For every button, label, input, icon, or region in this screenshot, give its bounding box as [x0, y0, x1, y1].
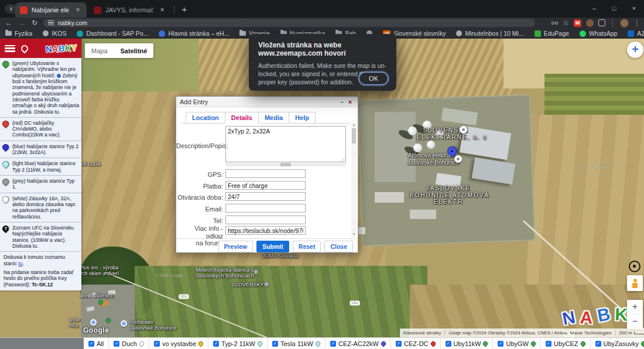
hamburger-menu-icon[interactable] — [5, 45, 15, 52]
close-button[interactable]: × — [624, 0, 644, 16]
checkbox-checked[interactable]: ✓ — [88, 341, 94, 347]
address-bar[interactable]: nabky.com — [43, 19, 535, 27]
vscrollbar-thumb[interactable] — [352, 128, 356, 143]
dialog-minimize-icon[interactable]: – — [338, 98, 346, 105]
globe-icon — [43, 30, 49, 36]
filter-ubycez[interactable]: ✓UbyCEZ — [541, 338, 591, 349]
checkbox-checked[interactable]: ✓ — [330, 341, 336, 347]
filter-duch[interactable]: ✓Duch — [109, 338, 149, 349]
map-attribution-bar: Klávesové skratky Údaje máp ©2024 Obrázk… — [400, 329, 644, 337]
keyboard-shortcuts-link[interactable]: Klávesové skratky — [400, 330, 444, 336]
description-textarea[interactable]: 2xTyp 2, 2x32A — [225, 126, 346, 162]
reset-button[interactable]: Reset — [293, 241, 321, 252]
submit-button[interactable]: Submit — [256, 241, 289, 252]
tab-help[interactable]: Help — [289, 112, 316, 124]
password-manager-icon[interactable] — [551, 22, 558, 25]
checkbox-checked[interactable]: ✓ — [272, 341, 278, 347]
minimize-button[interactable]: – — [584, 0, 604, 16]
poi-icon[interactable] — [460, 126, 467, 134]
tab-inactive[interactable]: JAVYS, informačné centrum - T × — [89, 2, 171, 18]
checkbox-checked[interactable]: ✓ — [396, 341, 402, 347]
email-input[interactable] — [225, 204, 306, 213]
tel-input[interactable] — [225, 215, 306, 224]
forum-input[interactable] — [225, 226, 306, 235]
hscrollbar-thumb[interactable] — [280, 163, 291, 166]
extension-icon-brown[interactable] — [586, 19, 594, 27]
tab-details[interactable]: Details — [225, 112, 259, 124]
dialog-titlebar[interactable]: Add Entry – × — [176, 97, 358, 107]
tab-location[interactable]: Location — [186, 112, 225, 124]
poi-icon-blue[interactable] — [90, 319, 97, 326]
tab-close-icon[interactable]: × — [158, 6, 166, 14]
map-label-joma: JOMA Slovakia — [262, 253, 298, 259]
extensions-puzzle-icon[interactable] — [598, 19, 605, 26]
pegman-control[interactable] — [627, 275, 643, 291]
site-settings-icon[interactable] — [48, 20, 54, 25]
tab-media[interactable]: Media — [258, 112, 289, 124]
map-label-town: JASLOVSKÉBOHUNICE ATÓMOVÁELEKTR — [410, 185, 487, 206]
close-button[interactable]: Close — [324, 241, 353, 252]
platba-input[interactable] — [225, 181, 306, 190]
watermark-letter: K — [615, 304, 628, 325]
green-pin-icon — [580, 340, 586, 347]
filter-vo-vystavbe[interactable]: ✓vo vystavbe — [149, 338, 208, 349]
reload-icon[interactable]: ↻ — [28, 19, 41, 27]
maximize-button[interactable]: □ — [604, 0, 624, 16]
legend-item-ufc: T Zoznam UFC na Slovensku Najrýchlejšie … — [0, 223, 81, 252]
checkbox-checked[interactable]: ✓ — [595, 341, 601, 347]
filter-tesla-11kw[interactable]: ✓Tesla 11kW — [268, 338, 326, 349]
hours-input[interactable] — [225, 192, 306, 201]
filter-uby11kw[interactable]: ✓Uby11kW — [441, 338, 494, 349]
filter-cez-dc[interactable]: ✓CEZ-DC — [391, 338, 441, 349]
dialog-close-icon[interactable]: × — [346, 98, 354, 105]
browser-menu-icon[interactable]: ⋮ — [633, 19, 640, 27]
filter-cez-ac22kw[interactable]: ✓CEZ-AC22kW — [326, 338, 391, 349]
tab-close-icon[interactable]: × — [74, 6, 82, 14]
map-type-mapa[interactable]: Mapa — [85, 47, 114, 54]
filter-ubyzasuvky[interactable]: ✓UbyZasuvky — [591, 338, 644, 349]
checkbox-checked[interactable]: ✓ — [498, 341, 503, 347]
checkbox-checked[interactable]: ✓ — [154, 341, 160, 347]
scroll-down-icon[interactable]: ▼ — [351, 232, 357, 237]
forward-icon[interactable]: → — [15, 19, 28, 27]
checkbox-checked[interactable]: ✓ — [446, 341, 451, 347]
bookmark-fyzika[interactable]: Fyzika — [5, 30, 32, 37]
preview-button[interactable]: Preview — [218, 241, 254, 252]
extension-icon-red[interactable]: M — [574, 19, 581, 27]
filter-typ2-11kw[interactable]: ✓Typ-2 11kW — [208, 338, 268, 349]
tab-active[interactable]: Nabíjanie elektromobilov × — [15, 2, 87, 18]
gps-input[interactable] — [225, 169, 306, 178]
location-pin-icon[interactable] — [20, 43, 30, 53]
bookmark-sap[interactable]: Dashboard - SAP Po... — [77, 30, 148, 37]
textarea-hscrollbar[interactable] — [225, 163, 346, 166]
map-copyright: ©2024 Google — [584, 165, 611, 169]
bookmark-edupage[interactable]: EduPage — [535, 30, 569, 37]
map-type-satellite[interactable]: Satelitné — [114, 47, 154, 54]
profile-avatar[interactable] — [620, 19, 629, 28]
tel-label: Tel: — [176, 217, 223, 224]
alert-ok-button[interactable]: OK — [359, 72, 388, 85]
poi-icon[interactable] — [454, 155, 462, 163]
bookmark-star-icon[interactable]: ☆ — [563, 19, 569, 27]
filter-ubygw[interactable]: ✓UbyGW — [493, 338, 541, 349]
poi-icon-blue[interactable] — [121, 320, 127, 327]
my-location-icon[interactable] — [629, 261, 640, 272]
dialog-vscrollbar[interactable]: ▲ ▼ — [351, 122, 357, 237]
filter-all[interactable]: ✓All — [84, 338, 109, 349]
back-icon[interactable]: ← — [2, 19, 15, 27]
bookmark-ikos[interactable]: IKOS — [43, 30, 66, 37]
checkbox-checked[interactable]: ✓ — [213, 341, 219, 347]
checkbox-checked[interactable]: ✓ — [546, 341, 551, 347]
google-logo: Google — [83, 326, 109, 334]
bookmark-eh[interactable]: Hlavná stránka – eH... — [159, 30, 229, 37]
discussion-link[interactable]: tu — [18, 261, 22, 266]
scroll-up-icon[interactable]: ▲ — [351, 122, 357, 128]
checkbox-checked[interactable]: ✓ — [114, 341, 119, 347]
add-entry-circle-button[interactable]: + — [627, 42, 643, 58]
cooling-tower — [408, 126, 417, 135]
bookmark-azar[interactable]: AZAR 3.0 — [628, 30, 644, 37]
bookmark-whatsapp[interactable]: WhatsApp — [580, 30, 617, 37]
map-label-meteo: Meteorologická stanica vJaslovských Bohu… — [196, 267, 254, 279]
new-tab-button[interactable]: + — [179, 4, 190, 14]
bookmark-minuteinbox[interactable]: MinuteInbox | 10 Mi... — [456, 30, 523, 37]
